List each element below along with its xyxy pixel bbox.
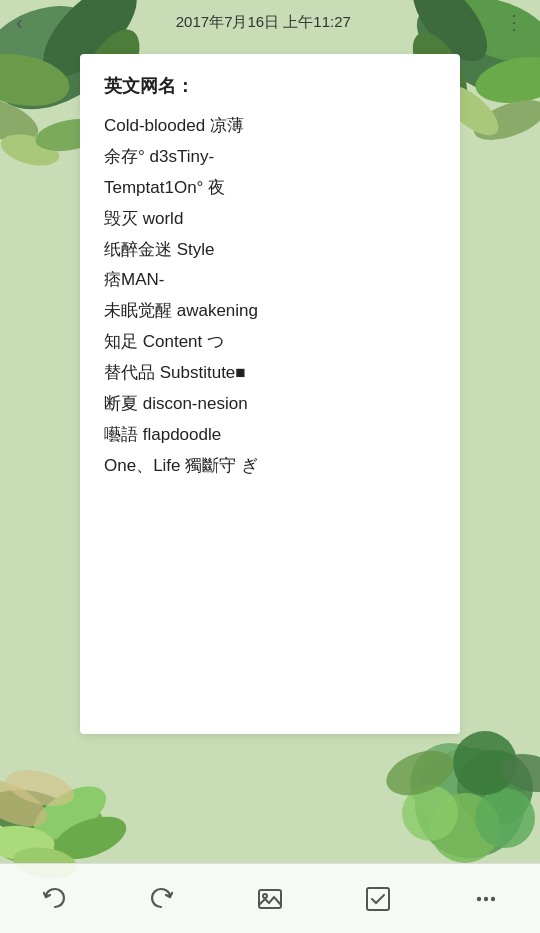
content-line: 知足 Content つ [104,328,436,357]
datetime-display: 2017年7月16日 上午11:27 [176,13,351,32]
card-title: 英文网名： [104,74,436,98]
content-line: One、Life 獨斷守 ぎ [104,452,436,481]
content-line: Cold-blooded 凉薄 [104,112,436,141]
undo-button[interactable] [32,877,76,921]
bottom-toolbar [0,863,540,933]
content-line: 余存° d3sTiny- [104,143,436,172]
back-arrow[interactable]: ‹ [16,11,23,34]
svg-rect-33 [259,890,281,908]
image-button[interactable] [248,877,292,921]
content-line: 囈語 flapdoodle [104,421,436,450]
content-line: 未眠觉醒 awakening [104,297,436,326]
content-card: 英文网名： Cold-blooded 凉薄余存° d3sTiny-Temptat… [80,54,460,734]
more-options-button[interactable] [464,877,508,921]
content-line: 痞MAN- [104,266,436,295]
svg-point-37 [484,896,488,900]
more-button[interactable]: ⋮ [504,10,524,34]
content-line: 毁灭 world [104,205,436,234]
status-bar: ‹ 2017年7月16日 上午11:27 ⋮ [0,0,540,44]
content-line: 纸醉金迷 Style [104,236,436,265]
svg-point-38 [491,896,495,900]
svg-point-34 [263,894,267,898]
content-line: Temptat1On° 夜 [104,174,436,203]
content-line: 断夏 discon-nesion [104,390,436,419]
check-button[interactable] [356,877,400,921]
redo-button[interactable] [140,877,184,921]
content-line: 替代品 Substitute■ [104,359,436,388]
svg-rect-35 [367,888,389,910]
svg-point-36 [477,896,481,900]
svg-point-20 [475,788,535,848]
card-content: Cold-blooded 凉薄余存° d3sTiny-Temptat1On° 夜… [104,112,436,481]
